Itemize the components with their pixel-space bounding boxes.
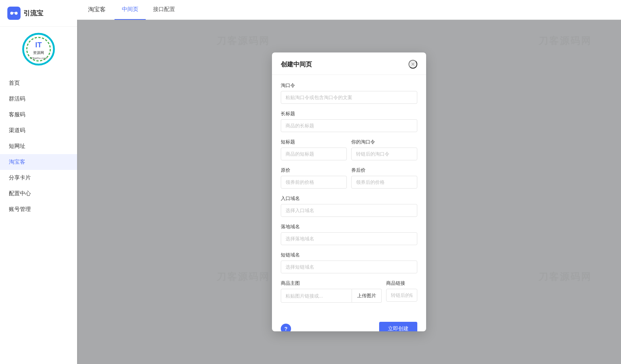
- svg-text:IT: IT: [35, 41, 42, 49]
- sidebar-item-customer-code[interactable]: 客服码: [0, 107, 77, 123]
- svg-text:ITBaiDu.com: ITBaiDu.com: [30, 57, 47, 60]
- taobao-command-group: 淘口令: [281, 82, 417, 104]
- modal-title: 创建中间页: [281, 60, 312, 69]
- product-link-input[interactable]: [386, 289, 417, 302]
- main-area: 淘宝客 中间页 接口配置 刀客源码网 刀客源码网 刀客源码网 刀客源码网 创建中…: [77, 0, 621, 364]
- sidebar-item-short-url[interactable]: 短网址: [0, 138, 77, 154]
- landing-domain-select[interactable]: 选择落地域名: [281, 232, 417, 245]
- product-image-input[interactable]: [281, 289, 352, 303]
- svg-text:资源网: 资源网: [33, 51, 44, 55]
- modal-header: 创建中间页 ×: [272, 52, 426, 75]
- help-button[interactable]: ?: [281, 324, 291, 331]
- landing-domain-label: 落地域名: [281, 223, 417, 230]
- tab-middle-page[interactable]: 中间页: [115, 0, 146, 20]
- product-image-upload-group: 上传图片: [281, 289, 382, 303]
- create-middle-page-modal: 创建中间页 × 淘口令 长标题: [272, 52, 426, 331]
- sidebar-item-config-center[interactable]: 配置中心: [0, 186, 77, 201]
- long-title-input[interactable]: [281, 119, 417, 132]
- short-domain-group: 短链域名 选择短链域名: [281, 252, 417, 273]
- entry-domain-label: 入口域名: [281, 195, 417, 202]
- short-domain-select[interactable]: 选择短链域名: [281, 261, 417, 273]
- upload-image-button[interactable]: 上传图片: [352, 289, 382, 303]
- short-title-row: 短标题 你的淘口令: [281, 139, 417, 167]
- sidebar-it-logo: IT 资源网 ITBaiDu.com: [0, 27, 77, 72]
- sidebar-header: 引流宝: [0, 0, 77, 27]
- coupon-price-group: 券后价: [351, 167, 417, 189]
- svg-point-2: [15, 12, 18, 15]
- it-logo-svg: IT 资源网 ITBaiDu.com: [18, 33, 59, 66]
- coupon-price-input[interactable]: [351, 176, 417, 189]
- main-content: 刀客源码网 刀客源码网 刀客源码网 刀客源码网 创建中间页 × 淘口令: [77, 20, 621, 364]
- original-price-group: 原价: [281, 167, 347, 189]
- landing-domain-group: 落地域名 选择落地域名: [281, 223, 417, 245]
- original-price-label: 原价: [281, 167, 347, 174]
- short-domain-label: 短链域名: [281, 252, 417, 258]
- brand-logo-container: 引流宝: [7, 7, 43, 20]
- modal-close-button[interactable]: ×: [408, 60, 417, 69]
- sidebar-item-share-card[interactable]: 分享卡片: [0, 170, 77, 186]
- svg-point-1: [10, 12, 13, 15]
- create-button[interactable]: 立即创建: [379, 322, 417, 331]
- coupon-price-label: 券后价: [351, 167, 417, 174]
- short-title-input[interactable]: [281, 148, 347, 160]
- taobao-command-input[interactable]: [281, 91, 417, 104]
- modal-footer: ? 立即创建: [272, 317, 426, 331]
- modal-body: 淘口令 长标题 短标题: [272, 75, 426, 317]
- sidebar-item-group-code[interactable]: 群活码: [0, 91, 77, 107]
- topbar: 淘宝客 中间页 接口配置: [77, 0, 621, 20]
- product-image-label: 商品主图: [281, 280, 382, 287]
- original-price-input[interactable]: [281, 176, 347, 189]
- product-image-group: 商品主图 上传图片: [281, 280, 382, 303]
- product-row: 商品主图 上传图片 商品链接: [281, 280, 417, 309]
- entry-domain-group: 入口域名 选择入口域名: [281, 195, 417, 217]
- brand-name: 引流宝: [23, 9, 43, 18]
- price-row: 原价 券后价: [281, 167, 417, 195]
- your-taobao-command-input[interactable]: [351, 148, 417, 160]
- product-link-group: 商品链接: [386, 280, 417, 303]
- topbar-tabs: 中间页 接口配置: [115, 0, 182, 20]
- sidebar-item-home[interactable]: 首页: [0, 75, 77, 91]
- svg-rect-0: [7, 7, 21, 20]
- long-title-label: 长标题: [281, 110, 417, 117]
- modal-overlay: 创建中间页 × 淘口令 长标题: [77, 20, 621, 364]
- short-title-label: 短标题: [281, 139, 347, 145]
- topbar-title: 淘宝客: [88, 6, 106, 14]
- tab-api-config[interactable]: 接口配置: [146, 0, 182, 20]
- sidebar-item-account[interactable]: 账号管理: [0, 201, 77, 217]
- sidebar-item-channel-code[interactable]: 渠道码: [0, 123, 77, 138]
- short-title-group: 短标题: [281, 139, 347, 160]
- your-taobao-command-label: 你的淘口令: [351, 139, 417, 145]
- brand-icon: [7, 7, 21, 20]
- svg-point-3: [23, 34, 54, 65]
- your-taobao-command-group: 你的淘口令: [351, 139, 417, 160]
- sidebar-item-taobao-guest[interactable]: 淘宝客: [0, 154, 77, 170]
- taobao-command-label: 淘口令: [281, 82, 417, 89]
- entry-domain-select[interactable]: 选择入口域名: [281, 204, 417, 217]
- sidebar: 引流宝 IT 资源网 ITBaiDu.com 首页 群活码 客服码 渠道码 短网…: [0, 0, 77, 364]
- product-link-label: 商品链接: [386, 280, 417, 287]
- sidebar-nav: 首页 群活码 客服码 渠道码 短网址 淘宝客 分享卡片 配置中心 账号管理: [0, 72, 77, 364]
- long-title-group: 长标题: [281, 110, 417, 132]
